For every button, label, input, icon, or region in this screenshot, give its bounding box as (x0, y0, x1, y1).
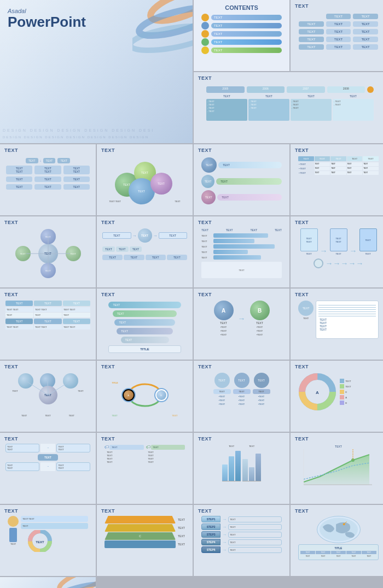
box: TEXT (299, 37, 324, 42)
cylinder-slide[interactable]: TEXT STEP1 → TEXT STEP2 → TEXT STEP3 → T… (194, 505, 289, 576)
tc-sub-2b: •TEXT (239, 399, 245, 402)
triple-col-slide[interactable]: TEXT TEXT TEXT •TEXT •TEXT •TEXT TEXT TE… (194, 361, 289, 432)
3dbarchart-slide[interactable]: TEXT TEXT TEXT (194, 433, 289, 504)
colortable-slide[interactable]: TEXT TEXT TEXT TEXT TEXT TEXT • TEXT TEX… (291, 144, 383, 215)
mx-h: TEXT (34, 301, 61, 306)
pf-bottom: TEXT (167, 255, 187, 260)
colortable-label: TEXT (295, 148, 309, 153)
mx-cell2: TEXT TEXT (34, 325, 62, 330)
slide-3[interactable]: TEXT TEXTTEXT TEXTTEXTTEXT TEXTTEXTTEXT … (291, 0, 383, 71)
donut-slide[interactable]: TEXT A TEXT TEXT D A B (291, 361, 383, 432)
contents-item-1: TEXT (201, 14, 282, 21)
mx-cell2: TEXT TEXT (5, 325, 33, 330)
title-slide[interactable]: DESIGN DESIGN DESIGN DESIGN DESIGN DESI … (0, 0, 193, 143)
nb-text: TEXTTEXTTEXTTEXT (318, 318, 376, 331)
tc-sub-3: •TEXT (258, 395, 265, 398)
legend-5: B (340, 401, 351, 405)
doc-label: TEXT (306, 252, 311, 255)
doc-label: TEXT (335, 252, 341, 255)
stack-bar-5: TEXT (121, 337, 169, 343)
hierarchy-slide[interactable]: TEXT TEXT ↓ TEXT TEXT TEXTTEXT TEXTTEXT … (0, 144, 96, 215)
box: TEXT (299, 21, 324, 27)
ab-arrow: → (238, 314, 246, 323)
ct-header: TEXT (347, 156, 363, 161)
thankyou-slide[interactable]: Thank You DESIGN DESIGN DESIGN (0, 577, 96, 588)
worldmap-slide[interactable]: TEXT TITLE TEXT TEXT TEXT TEXT (291, 505, 383, 576)
stackedbar-label: TEXT (101, 292, 115, 297)
cyclic-label: TEXT (101, 364, 115, 369)
ct-cell: TEXT (330, 162, 346, 166)
ab-compare-slide[interactable]: TEXT A TEXT •TEXT •TEXT •TEXT → B TEXT •… (194, 289, 289, 360)
linechart-slide[interactable]: TEXT TEXT (291, 433, 383, 504)
contents-dot-5 (201, 46, 209, 54)
ct-cell: TEXT (363, 162, 379, 166)
wm-h: TEXT (316, 551, 330, 554)
radial-box-slide[interactable]: TEXT TEXTTEXT → TEXTTEXT TEXT TEXTTEXT →… (0, 433, 96, 504)
notebook-slide[interactable]: TEXT TEXT TEXT TEXTTEXTTEXTTEXT (291, 289, 383, 360)
stack-bar-3: TEXT (114, 319, 175, 326)
timeline-slide[interactable]: TEXT 2005 2006 2007 2008 TEXT TEXT TEXT … (194, 72, 383, 143)
h-box-sub3: TEXT (63, 184, 90, 190)
legend-3: D (340, 390, 351, 394)
doc-box-1: TEXTTEXT (300, 228, 318, 251)
process-flow-slide[interactable]: TEXT TEXT → TEXT → TEXT TEXT TEXT TEXT T… (97, 216, 193, 287)
tag-item-2: TEXT (151, 445, 185, 450)
presenter-slide[interactable]: TEXT TEXT TEXT TEXT TEXT TEXT (0, 505, 96, 576)
wm-c: TEXT (316, 555, 330, 558)
bubble-label: TEXT (101, 148, 115, 153)
year-2006: 2006 (247, 86, 285, 93)
docbox-slide[interactable]: TEXT TEXTTEXT TEXT → TEXTTEXT TEXT → TEX… (291, 216, 383, 287)
pyramid-slide[interactable]: TEXT TEXT TEXT C TEXT TEXT (97, 505, 193, 576)
bc-label: TEXT (201, 256, 212, 259)
contents-slide[interactable]: CONTENTS TEXT TEXT TEXT TEXT TEXT (194, 0, 289, 71)
stackedbar-slide[interactable]: TEXT TEXT TEXT TEXT TEXT TEXT TITLE (97, 289, 193, 360)
bc-header: TEXT (250, 228, 257, 232)
sphere-4: TEXT (150, 173, 172, 195)
bubble-slide[interactable]: TEXT TEXT TEXT TEXT TEXT TEXT TEXT TEXT (97, 144, 193, 215)
linechart-label: TEXT (295, 436, 309, 442)
pr-text-1: TEXT TEXT (21, 516, 88, 522)
sphere-a-label: TEXT (220, 321, 227, 325)
ct-cell: TEXT (347, 162, 363, 166)
worldmap-label: TEXT (295, 508, 309, 514)
person-head (8, 516, 19, 527)
bc-label: TEXT (201, 251, 212, 254)
network-slide[interactable]: TEXT TEXT TEXT TEXT TEXT TEXT (0, 216, 96, 287)
swirl-decoration (132, 0, 193, 60)
doc-label: TEXT (365, 252, 370, 255)
rb-box: TEXTTEXT (56, 444, 90, 452)
network-lines (13, 226, 84, 281)
matrix-slide[interactable]: TEXT TEXT TEXT TEXT TEXT TEXT TEXT TEXT … (0, 289, 96, 360)
connected-nodes-slide[interactable]: TEXT TEXT TEXT TEXT TEXT TEXT TEXT (0, 361, 96, 432)
tc-sub-1b: •TEXT (219, 399, 225, 402)
ct-header: TEXT (298, 156, 314, 161)
pill-label: TEXT (198, 148, 212, 153)
tag-label: TEXT (101, 436, 115, 442)
pill-bar: TEXT (218, 162, 282, 168)
slide-grid: DESIGN DESIGN DESIGN DESIGN DESIGN DESI … (0, 0, 383, 588)
pyr-label-3: TEXT (178, 534, 185, 538)
sphere-label-tr: TEXT (175, 200, 180, 203)
tag-slide[interactable]: TEXT 🏷 TEXT TEXT TEXT TEXT TEXT 🏷 TEXT (97, 433, 193, 504)
wm-table: TITLE TEXT TEXT TEXT TEXT TEXT TEXT TEXT… (298, 544, 379, 560)
cyclic-slide[interactable]: TEXT A B TITLE TEXT TEXT (97, 361, 193, 432)
barchart-slide[interactable]: TEXT TEXTTEXTTEXTTEXT TEXT TEXT TEXT (194, 216, 289, 287)
nb-sub: TEXT (303, 317, 309, 320)
rb-center: TEXT (38, 454, 58, 461)
step-row-1: STEP1 → TEXT (201, 516, 282, 522)
bc-label: TEXT (201, 240, 212, 243)
tag-sub-2: TEXT (148, 454, 185, 457)
big-arrow: →→→→→ (326, 259, 364, 268)
wm-c: TEXT (300, 555, 315, 558)
pill-slide[interactable]: TEXT TEXT TEXT TEXT TEXT TEXT TEXT (194, 144, 289, 215)
contents-title: CONTENTS (225, 4, 258, 11)
pf-tag: TEXT (102, 246, 115, 252)
tc-top-3: TEXT (254, 373, 269, 388)
donut-chart-svg: A (298, 373, 336, 411)
3d-bar (222, 464, 228, 481)
ct-cell: TEXT (330, 167, 346, 170)
ct-row-label: • TEXT (298, 171, 314, 175)
hierarchy-label: TEXT (4, 148, 18, 153)
wm-c: TEXT (346, 555, 361, 558)
triple-col-label: TEXT (198, 364, 212, 369)
